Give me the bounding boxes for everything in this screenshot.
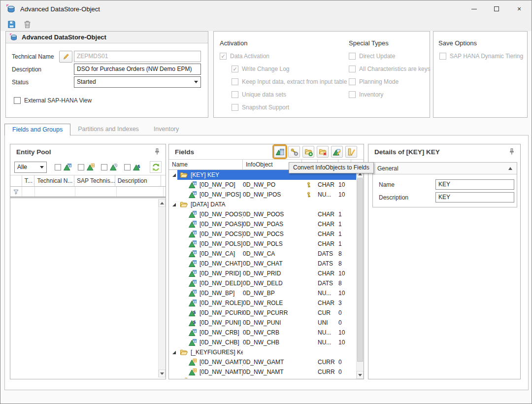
expand-icon[interactable] <box>172 351 176 354</box>
scroll-down-icon <box>160 372 164 375</box>
field-infoobject: 0D_NW_POOS <box>243 211 302 218</box>
field-length: 10 <box>338 181 351 188</box>
general-section-title: General <box>377 165 508 172</box>
keyfigure-filter-checkbox[interactable] <box>78 164 84 170</box>
main-toolbar <box>0 17 532 31</box>
scroll-up-icon <box>160 202 164 204</box>
filter-cell[interactable] <box>35 187 75 197</box>
field-row[interactable]: [0D_NW_NAMT] 0D_NW_NAMT CURR 0 <box>169 367 356 377</box>
checkbox-label: Planning Mode <box>359 78 399 85</box>
expand-icon[interactable] <box>172 173 176 177</box>
edit-technical-name-button[interactable] <box>59 51 72 63</box>
field-row[interactable]: [0D_NW_PCURR] 0D_NW_PCURR CUR 0 <box>169 308 356 318</box>
tab-inventory[interactable]: Inventory <box>146 124 186 135</box>
window-title: Advanced DataStore-Object <box>20 5 100 13</box>
group-name: [_KEYFIGURES] Key... <box>191 349 243 356</box>
column-header-technical-name[interactable]: Technical N... <box>34 175 74 186</box>
scrollbar-thumb[interactable] <box>357 178 363 362</box>
field-row[interactable]: [0D_NW_GAMT] 0D_NW_GAMT CURR 0 <box>169 357 356 367</box>
field-infoobject: 0D_NW_BP <box>243 290 302 297</box>
description-input[interactable]: DSO for Purchase Orders (NW Demo EPM) <box>74 64 201 75</box>
convert-infoobjects-to-fields-button[interactable] <box>274 146 286 158</box>
refresh-button[interactable] <box>150 161 162 173</box>
checkbox-label: Data Activation <box>230 53 269 60</box>
field-row[interactable]: [0D_NW_POOS] 0D_NW_POOS CHAR 1 <box>169 209 356 219</box>
filter-cell[interactable] <box>75 187 117 197</box>
field-row[interactable]: [0D_NW_POAS] 0D_NW_POAS CHAR 1 <box>169 219 356 229</box>
checkbox-option: Inventory <box>343 88 431 101</box>
entity-pool-filter-select[interactable]: Alle <box>14 162 47 173</box>
save-icon[interactable] <box>7 20 16 29</box>
entity-pool-scrollbar[interactable] <box>158 199 166 377</box>
field-row[interactable]: [0D_NW_DELD] 0D_NW_DELD DATS 8 <box>169 278 356 288</box>
field-name: [0D_NW_POLS] <box>200 240 242 247</box>
field-name: [0D_NW_BP] <box>200 290 234 297</box>
fields-title: Fields <box>175 148 194 156</box>
time-characteristic-filter-checkbox[interactable] <box>101 164 107 170</box>
status-select[interactable]: Started <box>74 76 201 88</box>
field-row[interactable]: [0D_NW_CHB] 0D_NW_CHB NU... 10 <box>169 337 356 347</box>
filter-cell[interactable] <box>117 187 164 197</box>
field-row[interactable]: [0D_NW_CHAT] 0D_NW_CHAT DATS 8 <box>169 259 356 269</box>
scroll-down-button[interactable] <box>159 370 166 377</box>
add-group-button[interactable] <box>302 146 314 158</box>
external-sap-hana-view-checkbox[interactable] <box>14 97 21 104</box>
field-infoobject: 0D_NW_POCS <box>243 231 302 237</box>
field-row[interactable]: [0D_NW_PO] 0D_NW_PO CHAR 10 <box>169 180 356 190</box>
field-row[interactable]: [0D_NW_POLS] 0D_NW_POLS CHAR 1 <box>169 239 356 249</box>
checkbox <box>349 66 356 72</box>
delete-icon[interactable] <box>23 20 32 29</box>
checkbox-label: Write Change Log <box>242 66 290 72</box>
field-row[interactable]: [0D_NW_PRID] 0D_NW_PRID CHAR 10 <box>169 269 356 278</box>
add-infoobjects-button[interactable] <box>331 146 343 158</box>
field-row[interactable]: [0D_NW_IPOS] 0D_NW_IPOS NU... 10 <box>169 190 356 200</box>
scroll-up-button[interactable] <box>159 199 166 207</box>
field-name: [0D_NW_PUNI] <box>200 319 241 326</box>
field-row[interactable]: [0D_NW_CRB] 0D_NW_CRB NU... 10 <box>169 328 356 337</box>
edit-field-button[interactable] <box>345 146 357 158</box>
pin-icon[interactable] <box>153 148 161 156</box>
tab-partitions-and-indexes[interactable]: Partitions and Indexes <box>70 124 146 135</box>
column-header-blank <box>161 175 166 186</box>
detail-name-input[interactable]: KEY <box>435 179 514 190</box>
column-header-name[interactable]: Name <box>169 160 243 169</box>
field-infoobject: 0D_NW_IPOS <box>243 191 302 198</box>
save-options-title: Save Options <box>433 32 527 50</box>
save-options-list: SAP HANA Dynamic Tiering <box>433 50 527 63</box>
field-row[interactable]: [0D_NW_BP] 0D_NW_BP NU... 10 <box>169 288 356 298</box>
field-group-row[interactable]: [_KEYFIGURES] Key... <box>169 347 356 357</box>
column-header-type[interactable]: T... <box>22 175 35 186</box>
detail-description-input[interactable]: KEY <box>435 192 514 202</box>
field-group-row[interactable]: [DATA] DATA <box>169 200 356 209</box>
unit-filter-checkbox[interactable] <box>124 164 131 170</box>
pin-icon[interactable] <box>508 148 516 156</box>
minimize-button[interactable] <box>463 0 485 17</box>
fields-scrollbar[interactable] <box>356 170 364 379</box>
field-row[interactable]: [0D_NW_PUNI] 0D_NW_PUNI UNI 0 <box>169 318 356 328</box>
field-row[interactable]: [0D_NW_CA] 0D_NW_CA DATS 8 <box>169 249 356 259</box>
collapse-icon[interactable] <box>508 167 512 170</box>
tab-fields-and-groups[interactable]: Fields and Groups <box>4 124 70 135</box>
field-datatype: NU... <box>318 339 338 346</box>
filter-funnel-icon[interactable] <box>13 189 19 195</box>
expand-icon[interactable] <box>172 203 176 206</box>
field-row[interactable]: [0D_NW_POCS] 0D_NW_POCS CHAR 1 <box>169 229 356 239</box>
external-sap-hana-view-option[interactable]: External SAP-HANA View <box>8 96 92 105</box>
maximize-button[interactable] <box>485 0 508 17</box>
remove-group-button[interactable] <box>317 146 329 158</box>
characteristic-icon <box>189 230 197 238</box>
entity-pool-toolbar: Alle <box>10 159 166 175</box>
activation-title: Activation <box>214 32 347 50</box>
characteristic-filter-checkbox[interactable] <box>55 164 61 170</box>
checkbox <box>232 104 238 111</box>
field-datatype: NU... <box>318 191 338 198</box>
close-button[interactable]: × <box>508 0 531 17</box>
manage-keys-button[interactable] <box>288 146 300 158</box>
filter-cell[interactable] <box>22 187 35 197</box>
scroll-down-button[interactable] <box>357 371 364 379</box>
column-header-sap-technical[interactable]: SAP Technis... <box>74 175 115 186</box>
entity-pool-list[interactable] <box>10 198 166 377</box>
general-section-header[interactable]: General <box>373 163 517 174</box>
column-header-description[interactable]: Description <box>115 175 161 186</box>
field-row[interactable]: [0D_NW_ROLE] 0D_NW_ROLE CHAR 3 <box>169 298 356 308</box>
